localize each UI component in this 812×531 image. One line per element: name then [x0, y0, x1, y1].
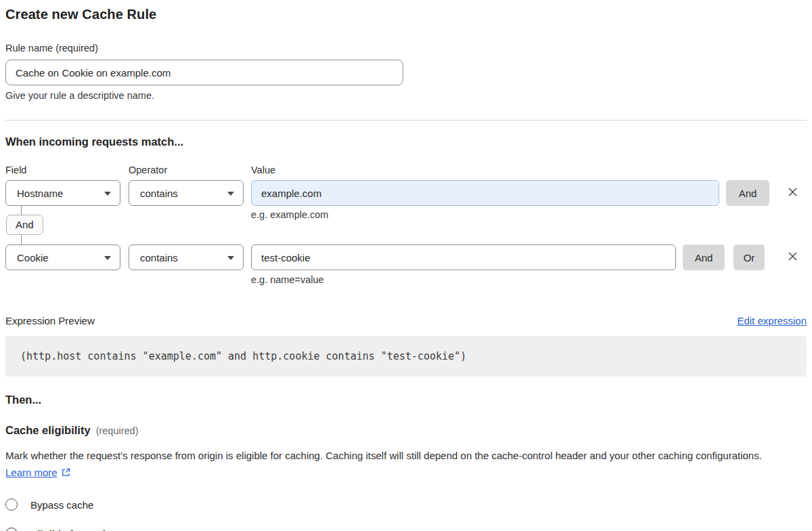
- section-divider: [5, 120, 807, 121]
- expression-preview-label: Expression Preview: [5, 315, 95, 326]
- and-button-row1[interactable]: And: [726, 180, 769, 206]
- chevron-down-icon: [227, 256, 234, 260]
- value-input-cookie[interactable]: [251, 245, 676, 270]
- radio-label: Bypass cache: [30, 499, 93, 511]
- create-cache-rule-form: Create new Cache Rule Rule name (require…: [0, 0, 812, 531]
- eligibility-description-text: Mark whether the request’s response from…: [5, 450, 762, 461]
- edit-expression-link[interactable]: Edit expression: [737, 315, 807, 326]
- remove-row2-button[interactable]: [785, 250, 800, 265]
- cache-eligibility-title: Cache eligibility: [5, 424, 91, 436]
- operator-select-cookie[interactable]: contains: [129, 245, 244, 270]
- or-button-row2[interactable]: Or: [734, 245, 765, 270]
- rule-name-help: Give your rule a descriptive name.: [5, 90, 807, 101]
- operator-column-label: Operator: [129, 165, 244, 175]
- radio-eligible-for-cache[interactable]: Eligible for cache: [5, 528, 807, 531]
- expression-code: (http.host contains "example.com" and ht…: [5, 336, 807, 377]
- operator-select-value: contains: [140, 188, 178, 199]
- remove-row1-button[interactable]: [785, 186, 800, 200]
- required-note: (required): [96, 425, 139, 436]
- close-icon: [787, 186, 798, 200]
- cache-eligibility-heading: Cache eligibility(required): [5, 424, 807, 437]
- field-select-hostname[interactable]: Hostname: [5, 180, 120, 206]
- field-column-label: Field: [5, 165, 120, 175]
- match-column-labels: Field Operator Value: [5, 165, 807, 175]
- operator-select-hostname[interactable]: contains: [129, 180, 244, 206]
- field-select-cookie[interactable]: Cookie: [5, 245, 120, 270]
- radio-bypass-cache[interactable]: Bypass cache: [5, 498, 807, 511]
- rule-name-section: Rule name (required) Give your rule a de…: [5, 43, 807, 101]
- chevron-down-icon: [104, 192, 111, 196]
- radio-icon-selected: [5, 528, 18, 531]
- value-hint-hostname: e.g. example.com: [251, 206, 807, 220]
- rule-name-input[interactable]: [5, 60, 403, 85]
- chevron-down-icon: [227, 192, 234, 196]
- match-heading: When incoming requests match...: [5, 135, 807, 148]
- field-select-value: Cookie: [17, 252, 49, 263]
- chevron-down-icon: [104, 256, 111, 260]
- radio-icon: [5, 498, 18, 511]
- external-link-icon: [61, 465, 71, 482]
- match-row-hostname: Hostname contains And: [5, 180, 807, 206]
- close-icon: [787, 251, 798, 264]
- value-input-hostname[interactable]: [251, 180, 719, 206]
- field-select-value: Hostname: [17, 188, 63, 199]
- page-title: Create new Cache Rule: [5, 5, 807, 22]
- learn-more-link[interactable]: Learn more: [5, 467, 58, 478]
- eligibility-description: Mark whether the request’s response from…: [5, 447, 790, 482]
- and-connector-chip[interactable]: And: [6, 215, 43, 235]
- connector-zone: And e.g. example.com: [5, 206, 807, 245]
- then-heading: Then...: [5, 394, 807, 406]
- value-column-label: Value: [251, 165, 275, 175]
- rule-name-label: Rule name (required): [5, 43, 807, 54]
- match-row-cookie: Cookie contains And Or: [5, 245, 807, 270]
- operator-select-value: contains: [140, 252, 178, 263]
- and-button-row2[interactable]: And: [683, 245, 725, 270]
- radio-label: Eligible for cache: [30, 528, 114, 531]
- expression-header: Expression Preview Edit expression: [5, 315, 807, 326]
- value-hint-cookie: e.g. name=value: [251, 274, 807, 285]
